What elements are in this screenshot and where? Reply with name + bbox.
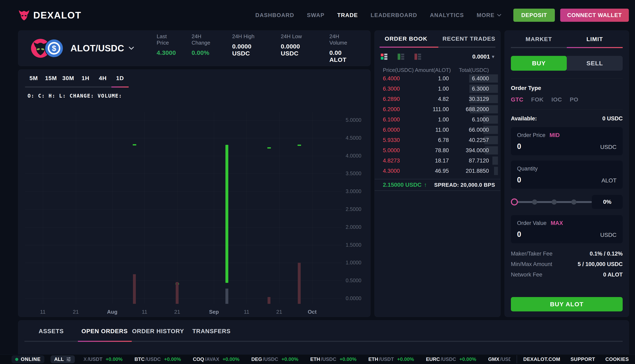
bottom-tab-order-history[interactable]: ORDER HISTORY: [131, 328, 185, 335]
ask-price: 6.0000: [375, 127, 415, 133]
timeframe-tabs: 5M15M30M1H4H1D: [25, 75, 129, 88]
timeframe-tab-1h[interactable]: 1H: [77, 75, 94, 82]
slider-handle[interactable]: [511, 198, 518, 206]
order-book-row[interactable]: 6.000011.0066.0000: [375, 125, 500, 135]
timeframe-tab-1d[interactable]: 1D: [111, 75, 129, 82]
slider-step-50[interactable]: [551, 200, 557, 204]
order-book-row[interactable]: 6.30001.006.3000: [375, 84, 500, 94]
timeframe-tab-30m[interactable]: 30M: [60, 75, 77, 82]
pair-selector-title[interactable]: ALOT/USDC: [71, 43, 124, 54]
pair-header-card: $ ALOT/USDC Last Price4.300024H Change0.…: [18, 30, 370, 66]
orderbook-view-buys-icon[interactable]: [398, 54, 405, 60]
slider-step-75[interactable]: [571, 200, 576, 204]
last-trade-price: 2.15000 USDC ↑: [383, 182, 427, 188]
quantity-field[interactable]: Quantity 0 ALOT: [511, 161, 623, 189]
timeframe-tab-5m[interactable]: 5M: [25, 75, 42, 82]
order-type-ioc[interactable]: IOC: [551, 96, 562, 103]
order-book-tab-order-book[interactable]: ORDER BOOK: [375, 36, 437, 42]
ticker-pair[interactable]: ETH/USDT+0.00%: [368, 356, 414, 362]
order-value-input[interactable]: 0: [517, 230, 521, 239]
bottom-tab-transfers[interactable]: TRANSFERS: [185, 328, 238, 335]
precision-value: 0.0001: [472, 54, 490, 60]
order-book-row[interactable]: 6.10001.006.1000: [375, 114, 500, 125]
price-chart[interactable]: 5.00004.50004.00003.50003.00002.50002.00…: [25, 104, 370, 305]
nav-item-more[interactable]: MORE: [476, 12, 501, 18]
deposit-button[interactable]: DEPOSIT: [513, 9, 555, 22]
buy-alot-submit-button[interactable]: BUY ALOT: [511, 297, 623, 312]
ticker-pair[interactable]: GMX/USDC+0.00%: [488, 356, 510, 362]
volume-bar: [133, 274, 136, 304]
ticker-pair[interactable]: COQ/AVAX+0.00%: [193, 356, 240, 362]
mid-price-button[interactable]: MID: [549, 132, 560, 138]
quantity-input[interactable]: 0: [517, 176, 521, 184]
ticker-pair[interactable]: DEG/USDC+0.00%: [251, 356, 298, 362]
pair-chevron-down-icon[interactable]: [129, 46, 134, 50]
sell-tab[interactable]: SELL: [567, 56, 623, 71]
orderbook-view-both-icon[interactable]: [381, 54, 388, 60]
order-value-field[interactable]: Order Value MAX 0 USDC: [511, 215, 623, 243]
order-type-fok[interactable]: FOK: [531, 96, 544, 103]
order-mode-tabs: MARKETLIMIT: [511, 36, 623, 42]
nav-item-swap[interactable]: SWAP: [307, 12, 324, 18]
nav-item-dashboard[interactable]: DASHBOARD: [255, 12, 294, 18]
ticker-pair[interactable]: X/USDT+0.00%: [84, 356, 123, 362]
order-book-row[interactable]: 5.000078.80394.0000: [375, 145, 500, 156]
y-axis-label: 4.0000: [346, 153, 361, 159]
y-axis-label: 5.0000: [346, 117, 361, 123]
quantity-slider[interactable]: [511, 198, 592, 206]
bottom-tab-assets[interactable]: ASSETS: [25, 328, 78, 335]
ticker-pair[interactable]: BTC/USDC+0.00%: [134, 356, 181, 362]
bottom-tab-open-orders[interactable]: OPEN ORDERS: [78, 328, 131, 335]
order-book-tab-recent-trades[interactable]: RECENT TRADES: [437, 36, 500, 42]
order-price-field[interactable]: Order Price MID 0 USDC: [511, 127, 623, 155]
footer-link-support[interactable]: SUPPORT: [570, 356, 595, 362]
spread-row: 2.15000 USDC ↑ SPREAD: 20,000.0 BPS: [375, 179, 500, 191]
nav-item-analytics[interactable]: ANALYTICS: [430, 12, 464, 18]
gridline: [25, 245, 342, 245]
precision-dropdown[interactable]: 0.0001 ▾: [472, 54, 494, 60]
ask-price: 5.0000: [375, 147, 415, 154]
fee-label: Maker/Taker Fee: [511, 250, 553, 257]
order-mode-tab-market[interactable]: MARKET: [511, 36, 567, 42]
nav-item-trade[interactable]: TRADE: [337, 12, 358, 18]
timeframe-tab-4h[interactable]: 4H: [94, 75, 111, 82]
stat-value: 0.00 ALOT: [329, 49, 358, 63]
slider-step-25[interactable]: [532, 200, 537, 204]
volume-bar: [176, 282, 179, 304]
available-balance-row: Available: 0 USDC: [511, 116, 623, 122]
order-type-gtc[interactable]: GTC: [511, 96, 523, 103]
order-mode-tab-limit[interactable]: LIMIT: [567, 36, 623, 42]
x-axis-label: 11: [142, 309, 147, 315]
x-axis-label: 21: [73, 309, 79, 315]
order-book-row[interactable]: 4.300046.95201.8850: [375, 166, 500, 176]
divider: [511, 110, 623, 110]
ticker-pair[interactable]: ETH/USDC+0.00%: [310, 356, 357, 362]
order-book-row[interactable]: 6.28904.8230.3129: [375, 94, 500, 104]
order-book-row[interactable]: 6.40001.006.4000: [375, 73, 500, 84]
ticker-base: ETH: [310, 356, 320, 362]
volume-bar: [268, 297, 270, 304]
connect-wallet-button[interactable]: CONNECT WALLET: [560, 9, 629, 22]
timeframe-tab-15m[interactable]: 15M: [42, 75, 60, 82]
chart-x-axis: 1121Aug1121Sep1121Oct: [25, 305, 342, 317]
online-label: ONLINE: [21, 356, 41, 362]
footer-link-cookies[interactable]: COOKIES: [605, 356, 629, 362]
last-trade-value: 2.15000 USDC: [383, 182, 421, 188]
y-axis-label: 1.0000: [346, 260, 361, 266]
gridline: [76, 112, 76, 304]
nav-item-leaderboard[interactable]: LEADERBOARD: [370, 12, 417, 18]
dexalot-logo[interactable]: DEXALOT: [18, 9, 81, 21]
order-type-po[interactable]: PO: [570, 96, 578, 103]
ticker-filter-button[interactable]: ALL: [51, 355, 75, 363]
order-book-row[interactable]: 4.827318.1787.7120: [375, 156, 500, 166]
order-book-row[interactable]: 6.2000111.00688.2000: [375, 104, 500, 114]
footer-link-dexalot-com[interactable]: DEXALOT.COM: [523, 356, 560, 362]
orderbook-view-sells-icon[interactable]: [414, 54, 422, 60]
buy-tab[interactable]: BUY: [511, 56, 567, 71]
order-book-row[interactable]: 5.93306.7840.2257: [375, 135, 500, 145]
ask-price: 6.1000: [375, 116, 415, 123]
connection-status: ONLINE: [12, 355, 44, 363]
order-price-input[interactable]: 0: [517, 142, 521, 151]
ticker-pair[interactable]: EURC/USDC+0.00%: [426, 356, 476, 362]
max-button[interactable]: MAX: [551, 220, 563, 226]
